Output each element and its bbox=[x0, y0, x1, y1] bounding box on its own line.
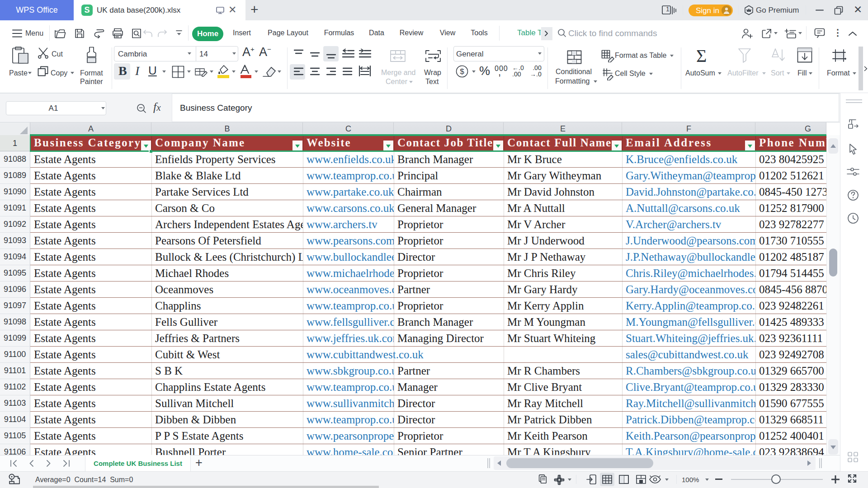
svg-text:$: $ bbox=[460, 67, 464, 76]
